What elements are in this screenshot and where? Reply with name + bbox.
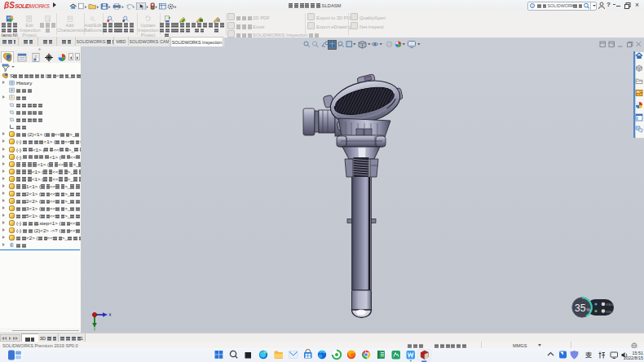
svg-text:%: % bbox=[587, 307, 591, 312]
svg-text:SOLIDWORKS: SOLIDWORKS bbox=[15, 3, 50, 9]
svg-text:βS: βS bbox=[4, 2, 15, 9]
svg-text:KB/s: KB/s bbox=[607, 310, 613, 314]
svg-text:35: 35 bbox=[575, 302, 586, 314]
svg-text:KB/s: KB/s bbox=[607, 302, 613, 307]
